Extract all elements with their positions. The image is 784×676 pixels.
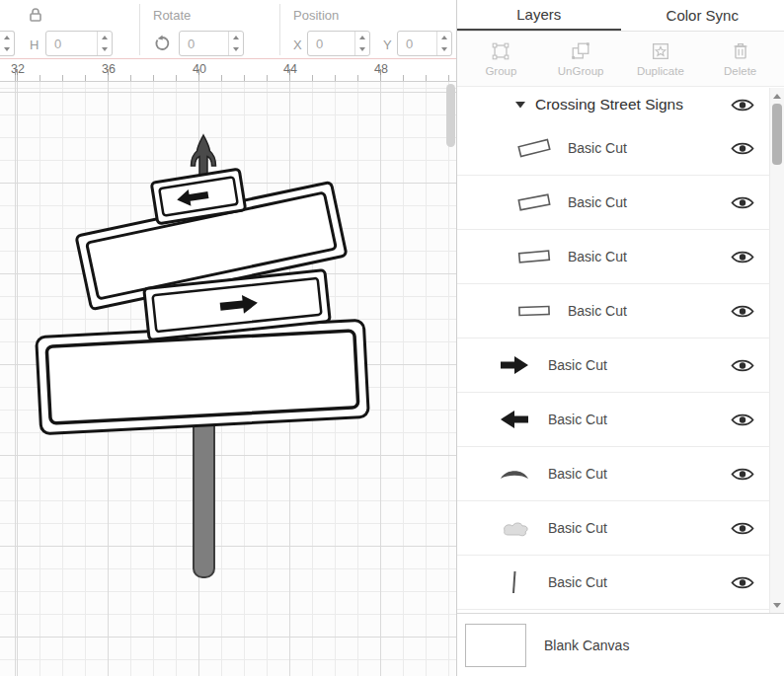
group-button-label: Group (485, 65, 516, 77)
rotate-stepper[interactable] (228, 32, 243, 55)
canvas-color-swatch[interactable] (465, 624, 526, 667)
layer-row[interactable]: Basic Cut (457, 121, 784, 176)
visibility-toggle[interactable] (731, 357, 754, 374)
visibility-toggle[interactable] (731, 194, 754, 211)
layer-row[interactable]: Basic Cut (457, 230, 784, 284)
thumb-sign-tilted-icon (514, 188, 554, 216)
layer-row-label: Basic Cut (568, 140, 627, 156)
ruler-minor-ticks (0, 75, 456, 81)
group-button[interactable]: Group (466, 40, 535, 77)
rotate-input[interactable]: 0 (179, 31, 244, 56)
position-label: Position (293, 8, 339, 23)
position-y-input[interactable]: 0 (397, 31, 452, 56)
edit-toolbar: H 0 Rotate 0 Position X 0 Y 0 (0, 0, 456, 59)
tab-color-sync-label: Color Sync (666, 7, 739, 24)
height-stepper[interactable] (97, 32, 112, 55)
thumb-cap-shape-icon (495, 460, 534, 488)
duplicate-button[interactable]: Duplicate (626, 40, 695, 77)
thumb-gray-shape-icon (495, 514, 534, 542)
crossing-street-signs-drawing[interactable] (0, 82, 456, 676)
visibility-toggle[interactable] (731, 412, 754, 428)
tab-layers[interactable]: Layers (457, 0, 621, 31)
eye-icon (731, 520, 754, 537)
chevron-down-icon[interactable] (514, 101, 526, 109)
layer-list-scrollbar[interactable] (769, 88, 784, 613)
position-x-stepper[interactable] (354, 32, 369, 55)
position-y-value: 0 (398, 37, 436, 51)
panel-tabs: Layers Color Sync (457, 0, 784, 32)
ungroup-icon (570, 40, 591, 62)
toolbar-divider (279, 4, 280, 55)
layer-list: Crossing Street Signs Basic Cut Basic Cu… (457, 88, 784, 613)
delete-icon (730, 40, 751, 62)
visibility-toggle[interactable] (731, 466, 754, 483)
duplicate-button-label: Duplicate (637, 65, 684, 77)
horizontal-ruler: 32 36 40 44 48 (0, 60, 456, 82)
layer-row-label: Basic Cut (568, 249, 627, 264)
pole-finial (192, 135, 216, 177)
layer-row-label: Basic Cut (548, 466, 607, 482)
layer-row[interactable]: Basic Cut (457, 556, 784, 610)
canvas-vertical-scrollbar-thumb[interactable] (446, 84, 455, 147)
design-canvas[interactable] (0, 82, 456, 676)
layer-group-header[interactable]: Crossing Street Signs (457, 88, 784, 121)
layer-row[interactable]: Basic Cut (457, 447, 784, 501)
tab-color-sync[interactable]: Color Sync (621, 0, 784, 31)
duplicate-icon (650, 40, 671, 62)
visibility-toggle[interactable] (731, 97, 754, 113)
eye-icon (731, 303, 754, 320)
layer-row-label: Basic Cut (568, 303, 627, 319)
blank-sign-bottom (37, 320, 369, 433)
eye-icon (731, 466, 754, 483)
thumb-sign-flat-icon (514, 297, 554, 325)
thumb-sign-tilted-icon (514, 134, 554, 162)
rotate-icon[interactable] (153, 35, 171, 52)
eye-icon (731, 357, 754, 374)
position-y-stepper[interactable] (436, 32, 451, 55)
layer-row-label: Basic Cut (548, 357, 607, 373)
delete-button[interactable]: Delete (706, 40, 775, 77)
blank-canvas-row[interactable]: Blank Canvas (457, 613, 784, 676)
layer-row[interactable]: Basic Cut (457, 501, 784, 556)
height-input[interactable]: 0 (45, 31, 113, 56)
width-stepper[interactable] (0, 31, 15, 56)
visibility-toggle[interactable] (731, 140, 754, 157)
thumb-arrow-right-icon (495, 351, 534, 379)
ungroup-button[interactable]: UnGroup (546, 40, 615, 77)
scroll-down-arrow-icon[interactable] (770, 598, 784, 612)
layer-row[interactable]: Basic Cut (457, 284, 784, 338)
scroll-up-arrow-icon[interactable] (770, 89, 784, 103)
eye-icon (731, 249, 754, 265)
position-x-input[interactable]: 0 (307, 31, 370, 56)
toolbar-divider (139, 4, 140, 55)
position-x-label: X (293, 38, 302, 52)
layer-row[interactable]: Basic Cut (457, 338, 784, 393)
tab-layers-label: Layers (516, 6, 561, 23)
visibility-toggle[interactable] (731, 303, 754, 320)
layer-actions-toolbar: Group UnGroup Duplicate Delete (457, 32, 784, 87)
layer-row-label: Basic Cut (548, 520, 607, 536)
position-x-value: 0 (308, 37, 354, 51)
layer-list-scrollbar-thumb[interactable] (772, 104, 782, 165)
blank-canvas-label: Blank Canvas (544, 638, 629, 653)
visibility-toggle[interactable] (731, 574, 754, 591)
thumb-line-shape-icon (495, 568, 534, 596)
delete-button-label: Delete (724, 65, 756, 77)
height-value: 0 (46, 37, 97, 51)
sign-pole (194, 413, 214, 577)
rotate-label: Rotate (153, 8, 191, 23)
visibility-toggle[interactable] (731, 520, 754, 537)
visibility-toggle[interactable] (731, 249, 754, 265)
height-label: H (30, 38, 39, 52)
thumb-sign-flat-icon (514, 243, 554, 270)
layer-row-label: Basic Cut (548, 412, 607, 427)
eye-icon (731, 140, 754, 157)
layer-row[interactable]: Basic Cut (457, 393, 784, 447)
position-y-label: Y (383, 38, 392, 52)
layer-row[interactable]: Basic Cut (457, 176, 784, 230)
thumb-arrow-left-icon (495, 406, 534, 433)
lock-icon[interactable] (28, 7, 43, 23)
design-app-window: H 0 Rotate 0 Position X 0 Y 0 32 36 40 4… (0, 0, 784, 676)
layer-row-label: Basic Cut (568, 194, 627, 210)
eye-icon (731, 412, 754, 428)
